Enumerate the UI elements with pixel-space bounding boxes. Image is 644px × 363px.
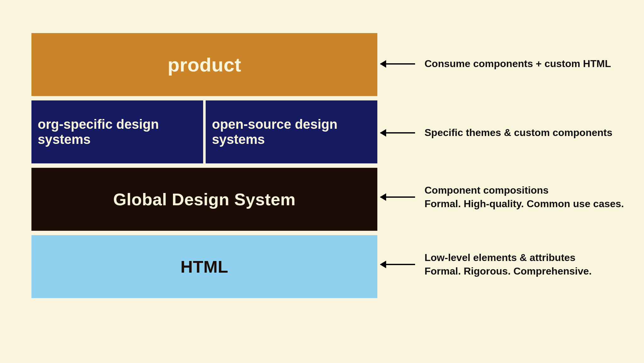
- annotation-html-text: Low-level elements & attributes Formal. …: [425, 251, 592, 278]
- layer-product-label: product: [168, 54, 241, 76]
- annotation-global-line1: Component compositions: [425, 184, 624, 197]
- annotation-html-line1: Low-level elements & attributes: [425, 251, 592, 264]
- slide: product org-specific design systems open…: [0, 0, 644, 363]
- arrow-left-icon: [380, 264, 415, 265]
- open-source-label: open-source design systems: [212, 117, 371, 147]
- annotation-global-line2: Formal. High-quality. Common use cases.: [425, 197, 624, 211]
- annotation-html-line2: Formal. Rigorous. Comprehensive.: [425, 264, 592, 278]
- layer-global: Global Design System: [31, 168, 377, 231]
- annotation-design-systems: Specific themes & custom components: [380, 126, 641, 139]
- arrow-left-icon: [380, 196, 415, 198]
- arrow-left-icon: [380, 132, 415, 133]
- arrow-left-icon: [380, 63, 415, 65]
- layer-design-systems: org-specific design systems open-source …: [31, 100, 377, 163]
- annotation-global-text: Component compositions Formal. High-qual…: [425, 184, 624, 211]
- box-org-specific: org-specific design systems: [31, 100, 203, 163]
- global-label: Global Design System: [113, 190, 296, 209]
- html-label: HTML: [180, 257, 228, 276]
- layer-product: product: [31, 33, 377, 96]
- annotation-html: Low-level elements & attributes Formal. …: [380, 251, 641, 278]
- annotation-design-systems-text: Specific themes & custom components: [425, 126, 612, 139]
- annotation-global: Component compositions Formal. High-qual…: [380, 184, 641, 211]
- annotation-product: Consume components + custom HTML: [380, 57, 641, 71]
- layer-stack: product org-specific design systems open…: [31, 33, 377, 298]
- box-open-source: open-source design systems: [206, 100, 377, 163]
- annotation-product-text: Consume components + custom HTML: [425, 57, 611, 71]
- layer-html: HTML: [31, 235, 377, 298]
- org-specific-label: org-specific design systems: [38, 117, 197, 147]
